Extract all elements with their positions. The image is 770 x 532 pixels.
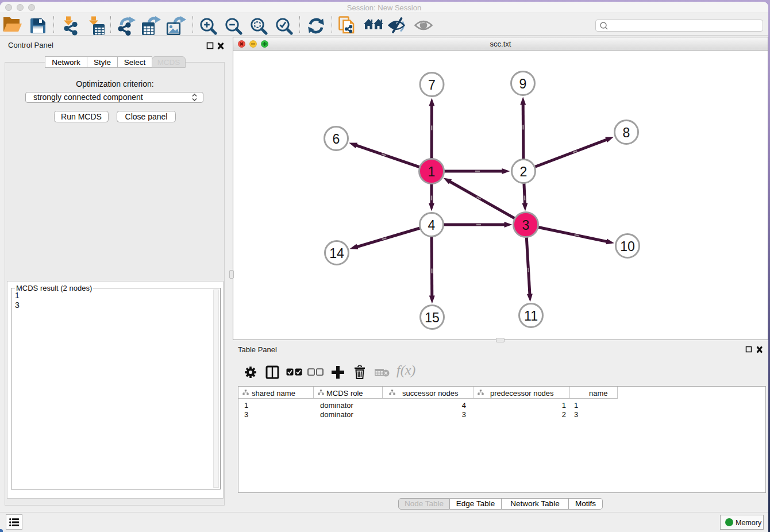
svg-text:2: 2 — [520, 164, 528, 179]
svg-text:7: 7 — [428, 78, 436, 92]
svg-text:15: 15 — [425, 310, 440, 325]
svg-text:10: 10 — [620, 239, 635, 254]
svg-text:4: 4 — [428, 218, 436, 233]
svg-text:8: 8 — [623, 125, 630, 140]
svg-text:9: 9 — [519, 76, 527, 91]
svg-text:14: 14 — [329, 246, 344, 261]
svg-text:3: 3 — [522, 218, 530, 233]
svg-text:1: 1 — [428, 164, 436, 179]
svg-text:6: 6 — [333, 132, 340, 147]
svg-text:11: 11 — [524, 309, 538, 323]
